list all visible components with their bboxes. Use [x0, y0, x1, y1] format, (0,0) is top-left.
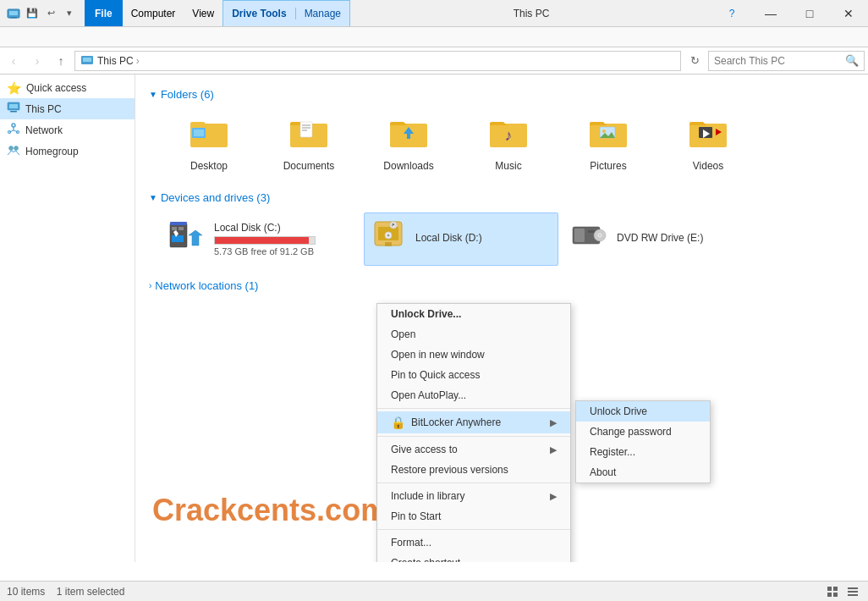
folder-icon-videos — [688, 115, 728, 157]
sidebar: ⭐ Quick access This PC Network Homegroup — [0, 74, 135, 562]
network-section-header[interactable]: › Network locations (1) — [149, 279, 854, 292]
submenu-arrow-bitlocker: ▶ — [550, 417, 557, 428]
sub-context-item-unlock-drive[interactable]: Unlock Drive — [576, 401, 710, 422]
network-chevron-icon: › — [149, 281, 151, 290]
context-menu-item-give-access[interactable]: Give access to ▶ — [377, 439, 570, 460]
submenu-arrow-library: ▶ — [550, 491, 557, 502]
sub-context-menu: Unlock Drive Change password Register...… — [575, 400, 711, 483]
svg-rect-7 — [10, 111, 17, 113]
svg-rect-56 — [827, 593, 832, 597]
folders-chevron-icon: ▼ — [149, 90, 157, 99]
drive-info-e: DVD RW Drive (E:) — [617, 232, 754, 246]
drive-item-e[interactable]: DVD RW Drive (E:) — [565, 212, 760, 266]
qat-dropdown[interactable]: ▾ — [61, 5, 78, 22]
close-button[interactable]: ✕ — [829, 0, 868, 26]
context-menu-item-open-new-window[interactable]: Open in new window — [377, 345, 570, 365]
minimize-button[interactable]: — — [751, 0, 790, 26]
svg-rect-39 — [170, 222, 187, 225]
folder-name-downloads: Downloads — [383, 160, 433, 172]
svg-rect-6 — [9, 104, 18, 108]
folder-item-music[interactable]: ♪ Music — [462, 109, 555, 178]
sidebar-item-homegroup[interactable]: Homegroup — [0, 141, 135, 162]
separator-4 — [377, 529, 570, 530]
sub-context-item-about[interactable]: About — [576, 462, 710, 482]
help-button[interactable]: ? — [712, 0, 751, 26]
qat-btn-1[interactable]: 💾 — [24, 5, 41, 22]
star-icon: ⭐ — [7, 81, 21, 95]
devices-section-header[interactable]: ▼ Devices and drives (3) — [149, 191, 854, 204]
svg-point-30 — [602, 130, 606, 133]
context-menu-item-bitlocker[interactable]: 🔒 BitLocker Anywhere ▶ — [377, 411, 570, 433]
folder-icon-desktop — [189, 115, 229, 157]
submenu-arrow-give-access: ▶ — [550, 444, 557, 455]
refresh-button[interactable]: ↻ — [684, 51, 705, 71]
drives-grid: Local Disk (C:) 5.73 GB free of 91.2 GB — [149, 212, 854, 266]
content-area: ▼ Folders (6) Desktop — [135, 74, 868, 562]
app-icon — [7, 7, 20, 20]
drive-bar-c — [215, 237, 309, 244]
folder-item-videos[interactable]: Videos — [662, 109, 755, 178]
svg-rect-59 — [848, 591, 858, 593]
svg-rect-1 — [9, 11, 18, 15]
drive-bar-container-c — [214, 236, 316, 245]
maximize-button[interactable]: □ — [790, 0, 829, 26]
title-bar-left: 💾 ↩ ▾ — [0, 0, 85, 26]
devices-chevron-icon: ▼ — [149, 193, 157, 202]
context-menu-item-restore-versions[interactable]: Restore previous versions — [377, 460, 570, 480]
folder-icon-music: ♪ — [488, 115, 529, 157]
drive-name-e: DVD RW Drive (E:) — [617, 232, 754, 244]
drive-icon-c — [168, 218, 206, 260]
tab-computer[interactable]: Computer — [123, 0, 184, 26]
svg-point-53 — [599, 234, 601, 236]
svg-rect-46 — [385, 242, 392, 246]
sidebar-item-quick-access[interactable]: ⭐ Quick access — [0, 78, 135, 98]
svg-rect-37 — [179, 227, 184, 230]
svg-point-14 — [9, 146, 14, 151]
view-large-icons-button[interactable] — [824, 583, 841, 600]
svg-rect-60 — [848, 594, 858, 596]
context-menu-item-include-library[interactable]: Include in library ▶ — [377, 486, 570, 506]
context-menu-item-pin-start[interactable]: Pin to Start — [377, 506, 570, 527]
back-button[interactable]: ‹ — [3, 51, 24, 71]
drive-space-c: 5.73 GB free of 91.2 GB — [214, 246, 351, 256]
folder-icon-downloads — [388, 115, 429, 157]
drive-info-c: Local Disk (C:) 5.73 GB free of 91.2 GB — [214, 222, 351, 256]
drive-item-c[interactable]: Local Disk (C:) 5.73 GB free of 91.2 GB — [162, 212, 357, 266]
up-button[interactable]: ↑ — [51, 51, 71, 71]
sidebar-item-this-pc[interactable]: This PC — [0, 98, 135, 119]
folder-item-downloads[interactable]: Downloads — [362, 109, 455, 178]
sub-context-item-change-password[interactable]: Change password — [576, 422, 710, 442]
context-menu-item-open-autoplay[interactable]: Open AutoPlay... — [377, 385, 570, 405]
main-layout: ⭐ Quick access This PC Network Homegroup… — [0, 74, 868, 562]
drive-item-d[interactable]: Local Disk (D:) — [364, 212, 558, 266]
folders-section-header[interactable]: ▼ Folders (6) — [149, 88, 854, 101]
sub-context-item-register[interactable]: Register... — [576, 442, 710, 462]
tab-file[interactable]: File — [85, 0, 123, 26]
context-menu: Unlock Drive... Open Open in new window … — [376, 303, 571, 562]
address-path-sep: › — [136, 55, 140, 67]
context-menu-item-format[interactable]: Format... — [377, 532, 570, 553]
status-item-count: 10 items 1 item selected — [7, 586, 124, 598]
forward-button[interactable]: › — [27, 51, 47, 71]
search-input[interactable] — [714, 55, 845, 67]
sidebar-item-network[interactable]: Network — [0, 119, 135, 141]
item-count-text: 10 items — [7, 586, 45, 598]
tab-view[interactable]: View — [184, 0, 222, 26]
address-path[interactable]: This PC › — [74, 51, 681, 71]
context-menu-item-pin-quick-access[interactable]: Pin to Quick access — [377, 365, 570, 385]
devices-section-title: Devices and drives (3) — [161, 191, 270, 204]
context-menu-item-open[interactable]: Open — [377, 324, 570, 345]
folder-item-desktop[interactable]: Desktop — [162, 109, 255, 178]
folder-item-documents[interactable]: Documents — [262, 109, 355, 178]
svg-rect-2 — [10, 17, 17, 19]
selected-count-text: 1 item selected — [57, 586, 125, 598]
context-menu-item-create-shortcut[interactable]: Create shortcut — [377, 553, 570, 562]
folder-item-pictures[interactable]: Pictures — [562, 109, 655, 178]
bitlocker-icon: 🔒 — [391, 416, 408, 429]
view-details-button[interactable] — [844, 583, 861, 600]
context-menu-item-unlock-drive[interactable]: Unlock Drive... — [377, 304, 570, 324]
qat-btn-2[interactable]: ↩ — [42, 5, 59, 22]
drive-icon-d — [370, 218, 407, 260]
svg-point-8 — [12, 124, 15, 127]
tab-manage[interactable]: Manage — [296, 8, 349, 19]
